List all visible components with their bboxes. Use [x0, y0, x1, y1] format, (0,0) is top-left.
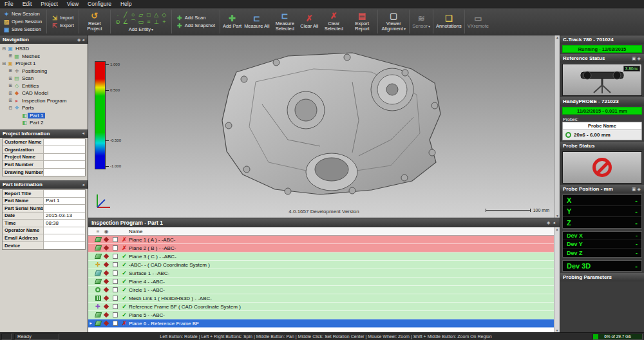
add-entity-icons[interactable]: ∙ ╱ ○ ▱ □ △ ◇ ⊙ ∠ ⌒ ▭ ≡ ⊥ + [114, 12, 168, 26]
tree-item-part2[interactable]: ◧Part 2 [0, 119, 88, 127]
tree-item-positioning[interactable]: ⊞✛Positioning [0, 68, 88, 75]
tree-item-project1[interactable]: ⊟▣Project 1 [0, 60, 88, 68]
menu-file[interactable]: File [0, 1, 18, 7]
viewer-alignment-button[interactable]: ▢ Viewer Alignment▾ [379, 8, 408, 35]
probe-row[interactable]: 20x6 - 6.00 mm [563, 130, 641, 140]
email-address-field[interactable] [44, 234, 85, 241]
entity-sphere-icon[interactable]: ⊙ [114, 19, 122, 26]
entity-slot-icon[interactable]: ▭ [137, 19, 145, 26]
3d-viewport[interactable]: 1.000 0.500 -0.500 -1.000 [88, 35, 560, 218]
row-checkbox[interactable] [113, 312, 118, 317]
expand-icon[interactable]: ⊞ [8, 83, 14, 88]
project-name-field[interactable] [44, 154, 85, 161]
customer-name-field[interactable] [44, 139, 85, 146]
row-checkbox[interactable] [113, 304, 118, 309]
panel-collapse-icon[interactable]: ◂ [81, 182, 85, 187]
inspection-row[interactable]: ✗Plane 1 ( A ) - -ABC- [88, 236, 554, 244]
tree-item-part1[interactable]: ◧Part 1 [0, 112, 88, 120]
tree-item-scan[interactable]: ⊞▤Scan [0, 75, 88, 82]
collapse-icon[interactable]: ⊟ [8, 106, 14, 111]
measure-all-button[interactable]: ⊏ Measure All [243, 8, 270, 35]
clear-all-button[interactable]: ✗ Clear All [299, 8, 319, 35]
panel-collapse-icon[interactable]: ◂ [81, 131, 85, 136]
entity-line-icon[interactable]: ╱ [122, 12, 129, 19]
entity-point-icon[interactable]: ∙ [114, 12, 122, 19]
time-field[interactable]: 08:38 [44, 220, 85, 227]
panel-collapse-icon[interactable]: ◂ [81, 37, 85, 42]
viewport-scrollbar[interactable]: ▲▼ [554, 35, 560, 218]
entity-circle-icon[interactable]: ○ [129, 12, 137, 19]
device-field[interactable] [44, 242, 85, 250]
row-checkbox[interactable] [113, 262, 118, 267]
expand-icon[interactable]: ⊞ [8, 68, 14, 73]
inspection-row[interactable]: ✓Plane 3 ( C ) - -ABC- [88, 252, 554, 261]
entity-rect-icon[interactable]: □ [145, 12, 153, 19]
monitor-icon[interactable]: ▣ [631, 56, 637, 61]
inspection-scrollbar[interactable]: ▲▼ [554, 227, 560, 332]
inspection-row[interactable]: ✓Plane 5 - -ABC- [88, 311, 554, 319]
sensor-button[interactable]: ≋ Sensor▾ [411, 8, 431, 35]
pin-icon[interactable]: ◈ [637, 187, 641, 192]
menu-help[interactable]: Help [116, 1, 136, 7]
operator-name-field[interactable] [44, 227, 85, 234]
entity-diamond-icon[interactable]: ◇ [160, 12, 168, 19]
tree-item-cad-model[interactable]: ⊞◆CAD Model [0, 90, 88, 97]
row-checkbox[interactable] [113, 254, 118, 259]
row-checkbox[interactable] [113, 321, 118, 326]
menu-project[interactable]: Project [36, 1, 62, 7]
menu-configure[interactable]: Configure [83, 1, 116, 7]
entity-angle-icon[interactable]: ∠ [122, 19, 129, 26]
expand-icon[interactable]: ⊞ [8, 91, 14, 96]
row-checkbox[interactable] [113, 279, 118, 284]
drawing-number-field[interactable] [44, 169, 85, 176]
entity-perp-icon[interactable]: ⊥ [153, 19, 160, 26]
tree-item-hs3d[interactable]: ⊟▣HS3D [0, 45, 88, 53]
save-session-button[interactable]: ▣Save Session [2, 26, 43, 33]
row-checkbox[interactable] [113, 296, 118, 301]
inspection-row[interactable]: ✓Circle 1 - -ABC- [88, 286, 554, 294]
clear-selected-button[interactable]: ✗ Clear Selected [319, 8, 348, 35]
expand-icon[interactable]: ⊞ [8, 76, 14, 81]
export-button[interactable]: ⇱Export [50, 23, 75, 29]
open-session-button[interactable]: ▨Open Session [2, 19, 43, 25]
row-checkbox[interactable] [113, 287, 118, 292]
tree-item-parts[interactable]: ⊟❖Parts [0, 104, 88, 112]
part-serial-number-field[interactable] [44, 205, 85, 212]
entity-add-icon[interactable]: + [160, 19, 168, 26]
collapse-icon[interactable]: ⊟ [1, 46, 7, 52]
tree-item-meshes[interactable]: ⊞▦Meshes [0, 53, 88, 61]
expand-icon[interactable]: ⊞ [8, 98, 14, 103]
inspection-row[interactable]: ✗Plane 2 ( B ) - -ABC- [88, 244, 554, 252]
annotations-button[interactable]: ❑ Annotations [435, 8, 463, 35]
name-column-header[interactable]: Name [129, 229, 554, 234]
date-field[interactable]: 2015-03-13 [44, 212, 85, 220]
panel-pin-icon[interactable]: ◈ [77, 37, 81, 42]
inspection-row-selected[interactable]: ▸✗Plane 6 - Reference Frame BF [88, 319, 554, 328]
inspection-row[interactable]: ✛✓-ABC- - ( CAD Coordinate System ) [88, 261, 554, 269]
new-session-button[interactable]: ✦New Session [2, 11, 43, 17]
report-title-field[interactable] [44, 190, 85, 197]
part-number-field[interactable] [44, 161, 85, 168]
part-name-field[interactable]: Part 1 [44, 198, 85, 205]
add-part-button[interactable]: ✚ Add Part [222, 8, 243, 35]
tree-item-inspection-program[interactable]: ⊞▸Inspection Program [0, 97, 88, 105]
row-checkbox[interactable] [113, 270, 118, 276]
menu-view[interactable]: View [62, 1, 83, 7]
vxremote-button[interactable]: ▭ VXremote [466, 8, 490, 35]
row-checkbox[interactable] [113, 237, 118, 242]
inspection-row[interactable]: ✓Plane 4 - -ABC- [88, 278, 554, 286]
menu-edit[interactable]: Edit [18, 1, 37, 7]
organization-field[interactable] [44, 146, 85, 153]
pin-icon[interactable]: ◈ [637, 56, 641, 61]
inspection-row[interactable]: ✓Surface 1 - -ABC- [88, 269, 554, 278]
panel-pin-icon[interactable]: ◈ [545, 220, 551, 225]
entity-arc-icon[interactable]: ⌒ [129, 19, 137, 26]
panel-collapse-icon[interactable]: ◂ [551, 220, 556, 225]
row-checkbox[interactable] [113, 245, 118, 250]
monitor-icon[interactable]: ▣ [631, 187, 637, 192]
expand-icon[interactable]: ⊞ [8, 53, 14, 59]
add-scan-button[interactable]: ✚Add Scan [175, 15, 216, 21]
import-button[interactable]: ⇲Import [50, 15, 75, 21]
entity-distance-icon[interactable]: ≡ [145, 19, 153, 26]
measure-selected-button[interactable]: ⊏ Measure Selected [270, 8, 299, 35]
